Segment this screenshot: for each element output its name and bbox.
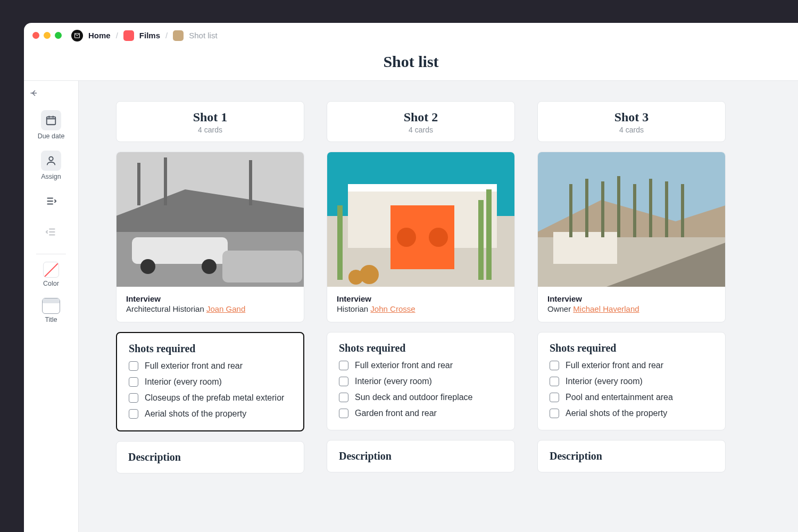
sidebar-item-label: Assign <box>41 173 61 180</box>
shot-item[interactable]: Aerial shots of the property <box>129 409 292 419</box>
no-color-icon <box>43 262 59 278</box>
column-shot-2: Shot 2 4 cards <box>327 101 515 532</box>
app-window: Home / Films / Shot list Shot list <box>24 23 798 532</box>
thumbnail-image <box>117 152 304 287</box>
shot-item[interactable]: Full exterior front and rear <box>550 361 713 370</box>
sidebar-item-color[interactable]: Color <box>36 259 66 293</box>
breadcrumb-shotlist[interactable]: Shot list <box>189 31 217 40</box>
sidebar: Due date Assign <box>24 81 79 532</box>
image-card[interactable]: Interview Historian John Crosse <box>327 152 515 322</box>
interview-label: Interview <box>337 294 505 303</box>
breadcrumb-sep-icon: / <box>165 31 168 40</box>
shot-label: Sun deck and outdoor fireplace <box>355 393 472 402</box>
checkbox-icon[interactable] <box>129 393 138 403</box>
svg-rect-11 <box>249 160 252 205</box>
checkbox-icon[interactable] <box>339 377 348 386</box>
breadcrumb-films[interactable]: Films <box>139 31 160 40</box>
shot-item[interactable]: Interior (every room) <box>339 377 503 386</box>
svg-rect-31 <box>601 181 604 237</box>
shots-required-card[interactable]: Shots required Full exterior front and r… <box>327 332 515 430</box>
page-title: Shot list <box>24 48 798 81</box>
interview-role: Owner <box>547 304 573 313</box>
shot-label: Aerial shots of the property <box>566 409 667 418</box>
svg-point-8 <box>202 259 217 274</box>
description-card[interactable]: Description <box>537 440 726 472</box>
checkbox-icon[interactable] <box>339 361 348 370</box>
shots-required-card[interactable]: Shots required Full exterior front and r… <box>116 332 304 431</box>
svg-point-23 <box>348 270 363 285</box>
shot-label: Pool and entertainment area <box>566 393 673 402</box>
svg-point-1 <box>49 157 53 161</box>
shot-item[interactable]: Pool and entertainment area <box>550 393 713 402</box>
description-card[interactable]: Description <box>327 440 515 472</box>
checkbox-icon[interactable] <box>129 361 138 371</box>
sidebar-back-button[interactable] <box>24 85 44 103</box>
shot-item[interactable]: Closeups of the prefab metal exterior <box>129 393 292 403</box>
indent-right-icon <box>41 191 61 211</box>
sidebar-item-label: Color <box>43 280 59 287</box>
svg-rect-29 <box>569 184 572 237</box>
shot-label: Interior (every room) <box>145 377 222 387</box>
shots-heading: Shots required <box>129 343 292 355</box>
shot-item[interactable]: Aerial shots of the property <box>550 409 713 418</box>
column-title: Shot 3 <box>544 110 719 124</box>
column-shot-1: Shot 1 4 cards <box>116 101 304 532</box>
thumbnail-image <box>327 152 514 287</box>
app-logo-icon[interactable] <box>71 30 83 41</box>
interview-sub: Architectural Historian Joan Gand <box>126 304 294 313</box>
minimize-window-icon[interactable] <box>44 32 51 39</box>
close-window-icon[interactable] <box>32 32 39 39</box>
svg-rect-34 <box>649 179 652 237</box>
column-shot-3: Shot 3 4 cards <box>537 101 726 532</box>
description-heading: Description <box>339 450 503 462</box>
column-header[interactable]: Shot 1 4 cards <box>116 101 304 142</box>
shot-item[interactable]: Interior (every room) <box>129 377 292 387</box>
topbar: Home / Films / Shot list <box>24 23 798 48</box>
column-header[interactable]: Shot 2 4 cards <box>327 101 515 142</box>
shots-required-card[interactable]: Shots required Full exterior front and r… <box>537 332 726 430</box>
sidebar-item-indent-right[interactable] <box>36 188 66 217</box>
checkbox-icon[interactable] <box>129 409 138 419</box>
checkbox-icon[interactable] <box>339 393 348 402</box>
image-card[interactable]: Interview Architectural Historian Joan G… <box>116 152 304 322</box>
shot-item[interactable]: Full exterior front and rear <box>339 361 503 370</box>
interview-person-link[interactable]: Joan Gand <box>206 304 245 313</box>
description-heading: Description <box>550 450 713 462</box>
svg-rect-20 <box>486 189 492 280</box>
svg-rect-35 <box>665 181 668 237</box>
interview-person-link[interactable]: Michael Haverland <box>573 304 639 313</box>
sidebar-item-indent-left[interactable] <box>36 219 66 247</box>
checkbox-icon[interactable] <box>550 377 559 386</box>
svg-rect-0 <box>47 117 56 125</box>
window-controls <box>32 32 62 39</box>
shot-item[interactable]: Sun deck and outdoor fireplace <box>339 393 503 402</box>
svg-rect-6 <box>222 251 302 282</box>
checkbox-icon[interactable] <box>339 409 348 418</box>
breadcrumb-home[interactable]: Home <box>88 31 111 40</box>
checkbox-icon[interactable] <box>550 409 559 418</box>
shot-label: Closeups of the prefab metal exterior <box>145 393 284 403</box>
svg-point-7 <box>140 259 155 274</box>
sidebar-item-title[interactable]: Title <box>36 295 66 329</box>
shot-label: Interior (every room) <box>355 377 432 386</box>
shot-item[interactable]: Garden front and rear <box>339 409 503 418</box>
breadcrumb: Home / Films / Shot list <box>88 30 218 41</box>
svg-rect-9 <box>137 163 140 205</box>
shot-item[interactable]: Full exterior front and rear <box>129 361 292 371</box>
column-header[interactable]: Shot 3 4 cards <box>537 101 726 142</box>
thumbnail-image <box>538 152 725 287</box>
sidebar-item-due-date[interactable]: Due date <box>36 107 66 145</box>
checkbox-icon[interactable] <box>129 377 138 387</box>
sidebar-item-assign[interactable]: Assign <box>36 147 66 186</box>
svg-rect-10 <box>164 157 167 205</box>
checkbox-icon[interactable] <box>550 361 559 370</box>
board: Shot 1 4 cards <box>79 81 798 532</box>
checkbox-icon[interactable] <box>550 393 559 402</box>
image-card[interactable]: Interview Owner Michael Haverland <box>537 152 726 322</box>
description-card[interactable]: Description <box>116 441 304 473</box>
zoom-window-icon[interactable] <box>55 32 62 39</box>
interview-person-link[interactable]: John Crosse <box>370 304 415 313</box>
shot-item[interactable]: Interior (every room) <box>550 377 713 386</box>
person-icon <box>41 151 61 171</box>
interview-label: Interview <box>126 294 294 303</box>
